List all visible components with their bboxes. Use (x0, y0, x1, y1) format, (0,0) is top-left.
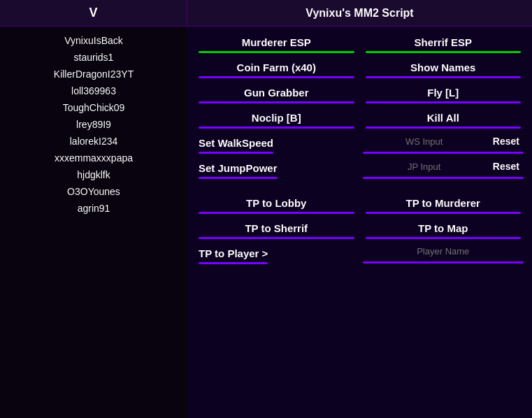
list-item: O3OYounes (0, 183, 187, 200)
tp-murderer-button[interactable]: TP to Murderer (363, 193, 524, 215)
walkspeed-reset-button[interactable]: Reset (489, 133, 524, 150)
list-item: agrin91 (0, 200, 187, 217)
tp-sherrif-button[interactable]: TP to Sherrif (196, 218, 357, 240)
sherrif-esp-button[interactable]: Sherrif ESP (363, 32, 524, 55)
list-item: hjdgklfk (0, 166, 187, 183)
player-list: VynixuIsBack staurids1 KillerDragonI23YT… (0, 27, 187, 418)
walkspeed-input[interactable] (363, 134, 486, 150)
tp-map-button[interactable]: TP to Map (363, 218, 524, 240)
row-walkspeed: Set WalkSpeed Reset (196, 133, 524, 155)
control-panel: Murderer ESP Sherrif ESP Coin Farm (x40)… (187, 27, 532, 418)
row-gun-fly: Gun Grabber Fly [L] (196, 82, 524, 105)
noclip-button[interactable]: Noclip [B] (196, 108, 357, 130)
row-tp-lobby-murderer: TP to Lobby TP to Murderer (196, 193, 524, 215)
row-noclip-kill: Noclip [B] Kill All (196, 108, 524, 130)
row-esp: Murderer ESP Sherrif ESP (196, 32, 524, 55)
player-name-input[interactable] (363, 243, 524, 259)
gun-grabber-button[interactable]: Gun Grabber (196, 82, 357, 105)
list-item: lalorekI234 (0, 133, 187, 150)
title-bar: V Vynixu's MM2 Script (0, 0, 532, 27)
set-jumppower-button[interactable]: Set JumpPower (196, 158, 280, 180)
fly-button[interactable]: Fly [L] (363, 82, 524, 105)
list-item: staurids1 (0, 49, 187, 66)
main-content: VynixuIsBack staurids1 KillerDragonI23YT… (0, 27, 532, 418)
list-item: xxxemmaxxxpapa (0, 150, 187, 166)
list-item: KillerDragonI23YT (0, 66, 187, 82)
tp-lobby-button[interactable]: TP to Lobby (196, 193, 357, 215)
row-coin-show: Coin Farm (x40) Show Names (196, 57, 524, 80)
walkspeed-controls: Reset (363, 133, 524, 154)
row-jumppower: Set JumpPower Reset (196, 158, 524, 180)
set-walkspeed-button[interactable]: Set WalkSpeed (196, 133, 276, 155)
spacer (196, 183, 524, 190)
coin-farm-button[interactable]: Coin Farm (x40) (196, 57, 357, 80)
show-names-button[interactable]: Show Names (363, 57, 524, 80)
list-item: loll369963 (0, 82, 187, 99)
tp-player-button[interactable]: TP to Player > (196, 243, 271, 266)
list-item: lrey89I9 (0, 116, 187, 133)
list-item: ToughChick09 (0, 99, 187, 116)
title-v-label: V (0, 0, 187, 26)
murderer-esp-button[interactable]: Murderer ESP (196, 32, 357, 55)
player-name-controls (363, 243, 524, 264)
jumppower-controls: Reset (363, 158, 524, 179)
title-text: Vynixu's MM2 Script (187, 7, 532, 20)
kill-all-button[interactable]: Kill All (363, 108, 524, 130)
row-tp-player: TP to Player > (196, 243, 524, 266)
list-item: VynixuIsBack (0, 32, 187, 49)
row-tp-sherrif-map: TP to Sherrif TP to Map (196, 218, 524, 240)
jumppower-reset-button[interactable]: Reset (489, 158, 524, 175)
jumppower-input[interactable] (363, 159, 486, 175)
